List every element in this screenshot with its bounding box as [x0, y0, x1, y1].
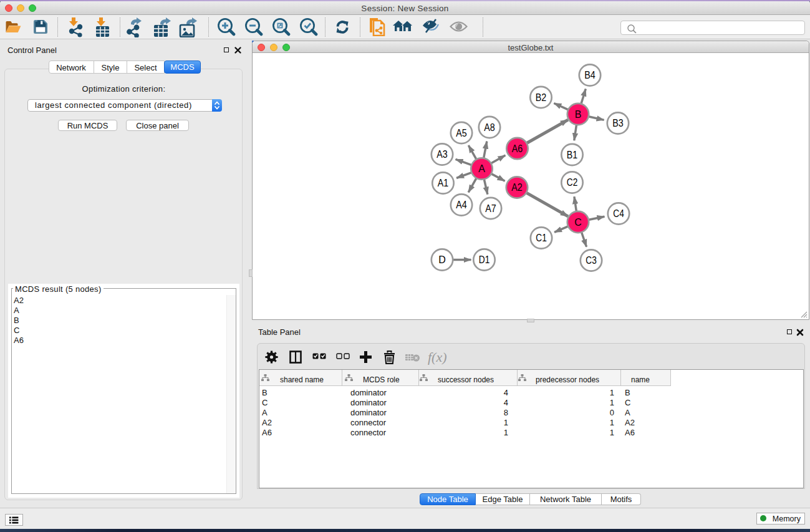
svg-text:B1: B1 [567, 150, 578, 160]
svg-text:B3: B3 [612, 118, 624, 128]
svg-text:C1: C1 [536, 233, 547, 243]
svg-text:C3: C3 [586, 255, 597, 266]
svg-text:A3: A3 [436, 149, 448, 160]
svg-text:C2: C2 [567, 177, 578, 188]
svg-text:A6: A6 [512, 143, 523, 154]
svg-text:A2: A2 [511, 182, 523, 193]
svg-text:A: A [478, 163, 485, 174]
svg-text:A7: A7 [485, 203, 496, 214]
svg-text:A4: A4 [456, 200, 467, 210]
svg-text:C4: C4 [613, 208, 624, 219]
svg-text:B: B [575, 109, 582, 120]
svg-text:C: C [574, 217, 582, 228]
svg-text:B4: B4 [584, 70, 595, 80]
svg-text:B2: B2 [536, 92, 547, 103]
svg-text:A1: A1 [438, 178, 449, 188]
svg-text:D1: D1 [479, 254, 490, 265]
svg-text:A8: A8 [484, 122, 495, 133]
svg-text:A5: A5 [456, 128, 467, 138]
svg-text:D: D [438, 254, 446, 265]
